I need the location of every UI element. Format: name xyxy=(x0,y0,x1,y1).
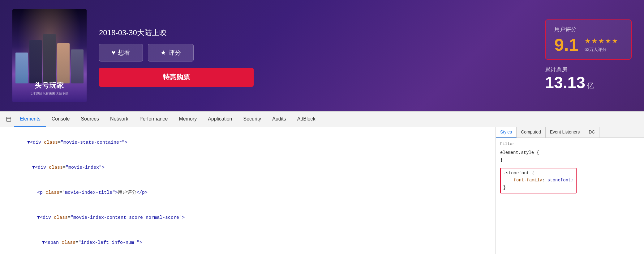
tab-elements[interactable]: Elements xyxy=(14,112,46,127)
devtools-body: ▼<div class="movie-stats-container"> ▼<d… xyxy=(0,127,644,254)
rule2-close: } xyxy=(503,185,506,190)
styles-tab-computed[interactable]: Computed xyxy=(517,127,546,138)
tab-network[interactable]: Network xyxy=(105,112,134,127)
devtools-tabs: Elements Console Sources Network Perform… xyxy=(0,112,644,127)
styles-tab-styles[interactable]: Styles xyxy=(496,127,517,138)
rating-count: 63万人评分 xyxy=(585,47,618,53)
rating-box: 用户评分 9.1 ★ ★ ★ ★ ★ 63万人评分 xyxy=(545,19,632,60)
want-button[interactable]: ♥ 想看 xyxy=(99,44,143,61)
movie-info: 2018-03-30大陆上映 ♥ 想看 ★ 评分 特惠购票 xyxy=(99,25,533,87)
poster-subtitle: 3月30日 玩转未来 无所不能 xyxy=(31,91,68,96)
poster-figures xyxy=(12,15,87,83)
box-office-num: 13.13 xyxy=(545,74,585,91)
star-4: ★ xyxy=(605,37,611,45)
star-2: ★ xyxy=(591,37,598,45)
rating-title: 用户评分 xyxy=(554,26,622,33)
figure-1 xyxy=(15,53,28,83)
tab-console[interactable]: Console xyxy=(46,112,75,127)
tab-security[interactable]: Security xyxy=(238,112,267,127)
tab-audits[interactable]: Audits xyxy=(267,112,291,127)
tab-sources[interactable]: Sources xyxy=(75,112,105,127)
devtools-cursor-icon[interactable] xyxy=(3,114,14,125)
figure-4 xyxy=(57,43,70,83)
html-line-1: ▼<div class="movie-stats-container"> xyxy=(5,130,491,155)
html-line-4: ▼<div class="movie-index-content score n… xyxy=(5,205,491,230)
styles-tabs: Styles Computed Event Listeners DC xyxy=(496,127,644,138)
style-rule-stonefont: .stonefont { font-family: stonefont; } xyxy=(500,167,640,193)
svg-rect-0 xyxy=(6,117,11,121)
rate-button[interactable]: ★ 评分 xyxy=(148,44,194,61)
star-3: ★ xyxy=(598,37,604,45)
html-line-5: ▼<span class="index-left info-num "> xyxy=(5,230,491,254)
want-label: 想看 xyxy=(118,49,130,57)
filter-row: Filter xyxy=(500,142,640,146)
figure-2 xyxy=(29,40,42,83)
rule1-close: } xyxy=(500,158,503,163)
box-office-value: 13.13 亿 xyxy=(545,73,594,92)
star-1: ★ xyxy=(585,37,591,45)
figure-3 xyxy=(43,34,56,83)
tab-memory[interactable]: Memory xyxy=(173,112,202,127)
rating-content: 9.1 ★ ★ ★ ★ ★ 63万人评分 xyxy=(554,36,622,53)
rating-right: ★ ★ ★ ★ ★ 63万人评分 xyxy=(585,37,618,53)
tab-adblock[interactable]: AdBlock xyxy=(292,112,321,127)
rule2-selector: .stonefont { xyxy=(503,171,535,176)
movie-release: 2018-03-30大陆上映 xyxy=(99,28,533,38)
box-office-label: 累计票房 xyxy=(545,66,594,73)
movie-actions: ♥ 想看 ★ 评分 xyxy=(99,44,533,61)
html-line-2: ▼<div class="movie-index"> xyxy=(5,155,491,180)
movie-poster: 头号玩家 3月30日 玩转未来 无所不能 xyxy=(12,9,87,102)
styles-panel: Styles Computed Event Listeners DC Filte… xyxy=(496,127,644,254)
tab-application[interactable]: Application xyxy=(202,112,238,127)
styles-tab-event-listeners[interactable]: Event Listeners xyxy=(546,127,585,138)
stars: ★ ★ ★ ★ ★ xyxy=(585,37,618,45)
heart-icon: ♥ xyxy=(112,49,115,56)
rule2-value: stonefont; xyxy=(547,178,573,183)
rating-score: 9.1 xyxy=(554,36,578,53)
rule1-selector: element.style { xyxy=(500,150,539,155)
figure-5 xyxy=(71,49,84,83)
star-5: ★ xyxy=(612,37,618,45)
html-panel: ▼<div class="movie-stats-container"> ▼<d… xyxy=(0,127,496,254)
buy-button[interactable]: 特惠购票 xyxy=(99,68,254,87)
style-rule-element: element.style { } xyxy=(500,149,640,164)
movie-rating-section: 用户评分 9.1 ★ ★ ★ ★ ★ 63万人评分 累计票房 13.13 xyxy=(545,19,632,92)
styles-tab-dc[interactable]: DC xyxy=(584,127,599,138)
poster-title: 头号玩家 xyxy=(35,81,64,90)
rule2-prop: font-family xyxy=(514,178,542,183)
styles-content: Filter element.style { } .stonefont { fo… xyxy=(496,138,644,254)
rate-label: 评分 xyxy=(169,49,181,57)
html-line-3: <p class="movie-index-title">用户评分</p> xyxy=(5,180,491,205)
box-office: 累计票房 13.13 亿 xyxy=(545,66,594,92)
tab-performance[interactable]: Performance xyxy=(134,112,174,127)
movie-section: 头号玩家 3月30日 玩转未来 无所不能 2018-03-30大陆上映 ♥ 想看… xyxy=(0,0,644,111)
box-office-unit: 亿 xyxy=(587,81,594,90)
star-icon: ★ xyxy=(161,49,166,56)
stonefont-rule-box: .stonefont { font-family: stonefont; } xyxy=(500,168,577,193)
devtools: Elements Console Sources Network Perform… xyxy=(0,111,644,254)
